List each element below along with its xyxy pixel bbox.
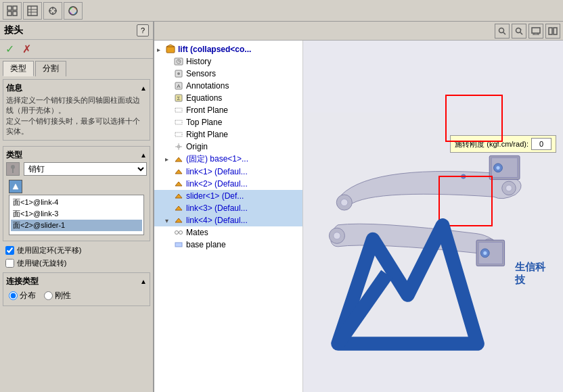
tree-item-front-plane[interactable]: Front Plane: [154, 104, 302, 116]
face-item-3[interactable]: 面<2>@slider-1: [11, 220, 142, 231]
checkbox-fixed-ring-input[interactable]: [5, 246, 14, 255]
radio-distribute[interactable]: 分布: [9, 290, 36, 301]
info-section: 信息 ▲ 选择定义一个销钉接头的同轴圆柱面或边线（用于壳体）。定义一个销钉接头时…: [3, 79, 150, 141]
search-btn[interactable]: [495, 24, 510, 39]
tab-split[interactable]: 分割: [35, 61, 66, 76]
radio-row: 分布 刚性: [6, 289, 147, 303]
info-chevron[interactable]: ▲: [140, 84, 147, 92]
panel-title-bar: 接头 ?: [0, 22, 153, 40]
panel-title: 接头: [4, 24, 23, 36]
color-btn[interactable]: [64, 2, 83, 20]
tree-panel: ▸ lift (collapsed<co... History: [154, 41, 303, 392]
tree-annotations-label: Annotations: [186, 81, 229, 91]
tree-mates-label: Mates: [186, 228, 208, 237]
tree-item-history[interactable]: History: [154, 55, 302, 68]
svg-point-15: [11, 165, 15, 169]
tree-item-slider1[interactable]: slider<1> (Def...: [154, 190, 302, 202]
checkbox-fixed-ring-label: 使用固定环(无平移): [17, 245, 81, 255]
tree-slider1-label: slider<1> (Def...: [186, 191, 244, 201]
svg-rect-16: [12, 169, 14, 173]
tree-item-mates[interactable]: Mates: [154, 226, 302, 239]
face-select-icon: [9, 180, 22, 193]
stiffness-input[interactable]: [531, 138, 551, 150]
type-chevron[interactable]: ▲: [140, 151, 147, 159]
pin-icon: [6, 162, 20, 176]
tree-item-sensors[interactable]: Sensors: [154, 68, 302, 80]
right-toolbar: +: [154, 22, 563, 41]
tree-expand-base[interactable]: ▸: [165, 155, 173, 163]
viewport: 施转刚度 (kgf.cm/rad): 生信科技: [303, 41, 563, 392]
tab-type[interactable]: 类型: [3, 61, 34, 76]
tree-item-top-plane[interactable]: Top Plane: [154, 116, 302, 128]
tree-history-label: History: [186, 57, 211, 66]
checkbox-key-input[interactable]: [5, 259, 14, 268]
tree-expand-root[interactable]: ▸: [157, 46, 165, 53]
brand-name: 生信科技: [515, 261, 549, 287]
equations-icon: Σ: [173, 93, 184, 103]
radio-rigid[interactable]: 刚性: [44, 290, 71, 301]
tree-item-annotations[interactable]: A Annotations: [154, 80, 302, 92]
confirm-button[interactable]: ✓: [3, 42, 17, 56]
svg-rect-28: [166, 47, 175, 53]
root-icon: [165, 44, 176, 55]
face-item-2[interactable]: 面<1>@link-3: [11, 208, 142, 220]
tree-link4-label: link<4> (Defaul...: [186, 216, 248, 225]
tree-root[interactable]: ▸ lift (collapsed<co...: [154, 43, 302, 55]
filter-btn[interactable]: +: [512, 24, 526, 39]
tree-item-base[interactable]: ▸ (固定) base<1>...: [154, 153, 302, 166]
radio-distribute-input[interactable]: [9, 291, 18, 300]
tree-item-equations[interactable]: Σ Equations: [154, 92, 302, 104]
svg-text:A: A: [177, 83, 181, 89]
right-plane-icon: [173, 129, 184, 140]
tree-expand-link4[interactable]: ▾: [165, 217, 173, 224]
checkbox-fixed-ring: 使用固定环(无平移): [0, 244, 153, 257]
tree-origin-label: Origin: [186, 142, 208, 151]
svg-line-20: [520, 32, 522, 34]
tree-link2-label: link<2> (Defaul...: [186, 179, 248, 189]
stiffness-label: 施转刚度 (kgf.cm/rad):: [450, 135, 556, 153]
base-plane-icon: [173, 239, 184, 250]
radio-rigid-input[interactable]: [44, 291, 53, 300]
table-btn[interactable]: [23, 2, 42, 20]
tree-item-right-plane[interactable]: Right Plane: [154, 128, 302, 141]
main-content: 接头 ? ✓ ✗ 类型 分割 信息 ▲ 选择定义一个销钉接头的同轴圆柱面或边线（…: [0, 22, 563, 392]
annotations-icon: A: [173, 80, 184, 91]
type-dropdown[interactable]: 销钉: [24, 162, 147, 176]
tree-item-base-plane[interactable]: base plane: [154, 239, 302, 251]
grid-btn[interactable]: [3, 2, 22, 20]
tree-item-origin[interactable]: Origin: [154, 141, 302, 153]
type-section: 类型 ▲ 销钉 面<1>@link-4 面<1>@link-3 面<2>@s: [3, 146, 150, 241]
svg-rect-0: [7, 6, 12, 10]
connect-header: 连接类型 ▲: [6, 276, 147, 287]
type-row: 销钉: [6, 162, 147, 176]
tree-equations-label: Equations: [186, 93, 222, 103]
stiffness-text: 施转刚度 (kgf.cm/rad):: [455, 139, 528, 149]
slider1-icon: [173, 191, 184, 201]
svg-text:+: +: [520, 27, 522, 31]
connect-chevron[interactable]: ▲: [140, 278, 147, 285]
svg-text:Σ: Σ: [177, 95, 181, 101]
svg-rect-2: [7, 11, 12, 16]
faces-list[interactable]: 面<1>@link-4 面<1>@link-3 面<2>@slider-1: [9, 195, 144, 235]
help-button[interactable]: ?: [137, 24, 149, 36]
crosshair-btn[interactable]: [43, 2, 62, 20]
tree-item-link2[interactable]: link<2> (Defaul...: [154, 178, 302, 190]
mates-icon: [173, 227, 184, 238]
tree-item-link1[interactable]: link<1> (Defaul...: [154, 166, 302, 178]
cancel-button[interactable]: ✗: [20, 42, 34, 56]
face-item-1[interactable]: 面<1>@link-4: [11, 197, 142, 208]
svg-point-35: [177, 72, 180, 75]
svg-rect-22: [532, 28, 540, 33]
tree-link1-label: link<1> (Defaul...: [186, 167, 248, 176]
connect-section: 连接类型 ▲ 分布 刚性: [3, 272, 150, 306]
tree-item-link4[interactable]: ▾ link<4> (Defaul...: [154, 214, 302, 226]
monitor-btn[interactable]: [528, 24, 543, 39]
tree-item-link3[interactable]: link<3> (Defaul...: [154, 202, 302, 214]
tree-root-label: lift (collapsed<co...: [178, 45, 251, 54]
origin-icon: [173, 141, 184, 152]
right-layout: ▸ lift (collapsed<co... History: [154, 41, 563, 392]
checkbox-key: 使用键(无旋转): [0, 257, 153, 270]
layout-btn[interactable]: [545, 24, 560, 39]
svg-rect-41: [175, 120, 182, 124]
checkbox-key-label: 使用键(无旋转): [17, 258, 66, 268]
